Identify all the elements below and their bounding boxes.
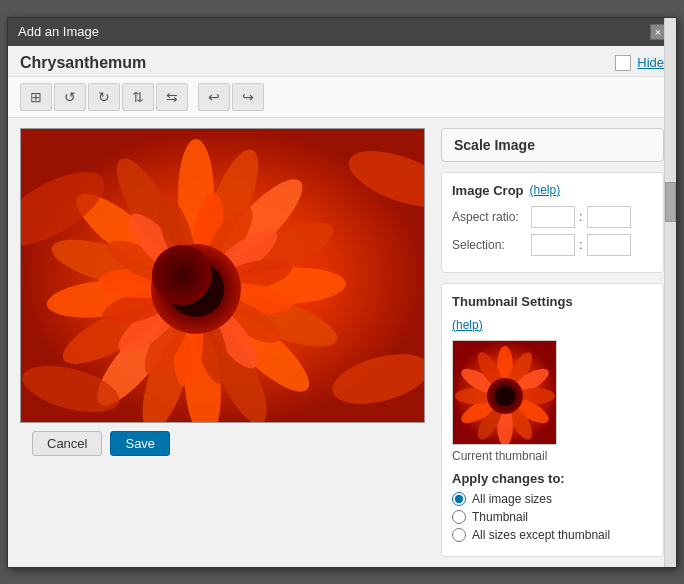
thumbnail-help[interactable]: (help) (452, 318, 483, 332)
flip-horizontal-icon: ⇆ (166, 89, 178, 105)
aspect-ratio-input-1[interactable] (531, 206, 575, 228)
thumbnail-title-row: Thumbnail Settings (452, 294, 653, 309)
radio-thumbnail-label: Thumbnail (472, 510, 528, 524)
radio-all-sizes[interactable] (452, 492, 466, 506)
image-preview (20, 128, 425, 423)
image-crop-help[interactable]: (help) (530, 183, 561, 197)
aspect-ratio-row: Aspect ratio: : (452, 206, 653, 228)
undo-button[interactable]: ↩ (198, 83, 230, 111)
flip-horizontal-button[interactable]: ⇆ (156, 83, 188, 111)
save-button[interactable]: Save (110, 431, 170, 456)
rotate-left-icon: ↺ (64, 89, 76, 105)
svg-point-35 (181, 274, 211, 304)
aspect-ratio-input-2[interactable] (587, 206, 631, 228)
apply-changes-label: Apply changes to: (452, 471, 653, 486)
dialog-titlebar: Add an Image × (8, 18, 676, 46)
current-thumbnail-label: Current thumbnail (452, 449, 653, 463)
hide-link-container: Hide (615, 55, 664, 71)
undo-icon: ↩ (208, 89, 220, 105)
aspect-ratio-colon: : (579, 209, 583, 224)
radio-all-except[interactable] (452, 528, 466, 542)
thumbnail-image (452, 340, 557, 445)
hide-checkbox[interactable] (615, 55, 631, 71)
selection-row: Selection: : (452, 234, 653, 256)
cancel-button[interactable]: Cancel (32, 431, 102, 456)
image-crop-section: Image Crop (help) Aspect ratio: : Select… (441, 172, 664, 273)
content-row: Cancel Save Scale Image Image Crop (help… (8, 118, 676, 567)
rotate-right-button[interactable]: ↻ (88, 83, 120, 111)
scale-image-button[interactable]: Scale Image (441, 128, 664, 162)
dialog-title: Add an Image (18, 24, 99, 39)
image-title: Chrysanthemum (20, 54, 146, 72)
toolbar: ⊞ ↺ ↻ ⇅ ⇆ ↩ ↪ (8, 77, 676, 118)
image-crop-title: Image Crop (452, 183, 524, 198)
selection-input-1[interactable] (531, 234, 575, 256)
redo-icon: ↪ (242, 89, 254, 105)
scrollbar-thumb[interactable] (665, 182, 676, 222)
radio-thumbnail[interactable] (452, 510, 466, 524)
aspect-ratio-label: Aspect ratio: (452, 210, 527, 224)
add-image-dialog: Add an Image × Chrysanthemum Hide ⊞ ↺ ↻ (7, 17, 677, 568)
hide-link[interactable]: Hide (637, 55, 664, 70)
svg-point-34 (168, 261, 224, 317)
svg-point-33 (151, 244, 241, 334)
radio-all-sizes-label: All image sizes (472, 492, 552, 506)
flip-vertical-icon: ⇅ (132, 89, 144, 105)
close-icon: × (655, 26, 661, 38)
selection-input-2[interactable] (587, 234, 631, 256)
svg-point-54 (495, 386, 515, 406)
selection-colon: : (579, 237, 583, 252)
radio-all-except-label: All sizes except thumbnail (472, 528, 610, 542)
redo-button[interactable]: ↪ (232, 83, 264, 111)
selection-label: Selection: (452, 238, 527, 252)
thumbnail-section: Thumbnail Settings (help) (441, 283, 664, 557)
action-row: Cancel Save (20, 423, 425, 466)
radio-thumbnail-row: Thumbnail (452, 510, 653, 524)
image-area: Cancel Save (20, 128, 425, 557)
radio-all-sizes-row: All image sizes (452, 492, 653, 506)
thumbnail-settings-title: Thumbnail Settings (452, 294, 573, 309)
rotate-left-button[interactable]: ↺ (54, 83, 86, 111)
scrollbar[interactable] (664, 18, 676, 567)
header-row: Chrysanthemum Hide (8, 46, 676, 77)
dialog-body: Chrysanthemum Hide ⊞ ↺ ↻ ⇅ ⇆ (8, 46, 676, 567)
right-panel: Scale Image Image Crop (help) Aspect rat… (441, 128, 664, 557)
image-crop-title-row: Image Crop (help) (452, 183, 653, 198)
radio-all-except-row: All sizes except thumbnail (452, 528, 653, 542)
crop-button[interactable]: ⊞ (20, 83, 52, 111)
crop-icon: ⊞ (30, 89, 42, 105)
rotate-right-icon: ↻ (98, 89, 110, 105)
flip-vertical-button[interactable]: ⇅ (122, 83, 154, 111)
